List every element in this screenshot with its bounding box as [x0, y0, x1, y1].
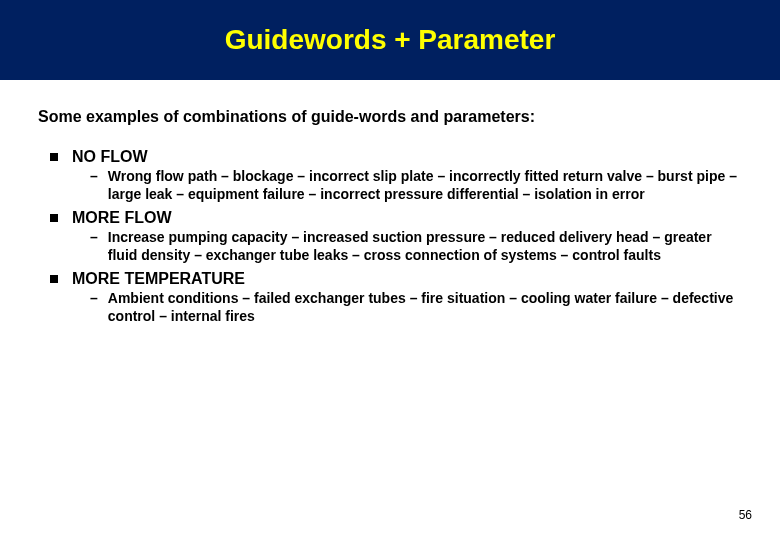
example-detail: Wrong flow path – blockage – incorrect s… [108, 168, 742, 203]
example-detail: Ambient conditions – failed exchanger tu… [108, 290, 742, 325]
example-heading: NO FLOW [72, 148, 148, 166]
list-item: NO FLOW – Wrong flow path – blockage – i… [38, 148, 742, 203]
example-heading: MORE TEMPERATURE [72, 270, 245, 288]
sub-row: – Increase pumping capacity – increased … [38, 229, 742, 264]
dash-icon: – [90, 290, 98, 308]
sub-row: – Wrong flow path – blockage – incorrect… [38, 168, 742, 203]
examples-list: NO FLOW – Wrong flow path – blockage – i… [38, 148, 742, 325]
square-bullet-icon [50, 153, 58, 161]
example-detail: Increase pumping capacity – increased su… [108, 229, 742, 264]
bullet-row: MORE TEMPERATURE [38, 270, 742, 288]
dash-icon: – [90, 229, 98, 247]
list-item: MORE FLOW – Increase pumping capacity – … [38, 209, 742, 264]
slide-content: Some examples of combinations of guide-w… [0, 80, 780, 325]
sub-row: – Ambient conditions – failed exchanger … [38, 290, 742, 325]
square-bullet-icon [50, 214, 58, 222]
page-number: 56 [739, 508, 752, 522]
header-band: Guidewords + Parameter [0, 0, 780, 80]
example-heading: MORE FLOW [72, 209, 172, 227]
dash-icon: – [90, 168, 98, 186]
slide-title: Guidewords + Parameter [225, 24, 556, 56]
list-item: MORE TEMPERATURE – Ambient conditions – … [38, 270, 742, 325]
bullet-row: MORE FLOW [38, 209, 742, 227]
square-bullet-icon [50, 275, 58, 283]
intro-text: Some examples of combinations of guide-w… [38, 108, 742, 126]
bullet-row: NO FLOW [38, 148, 742, 166]
